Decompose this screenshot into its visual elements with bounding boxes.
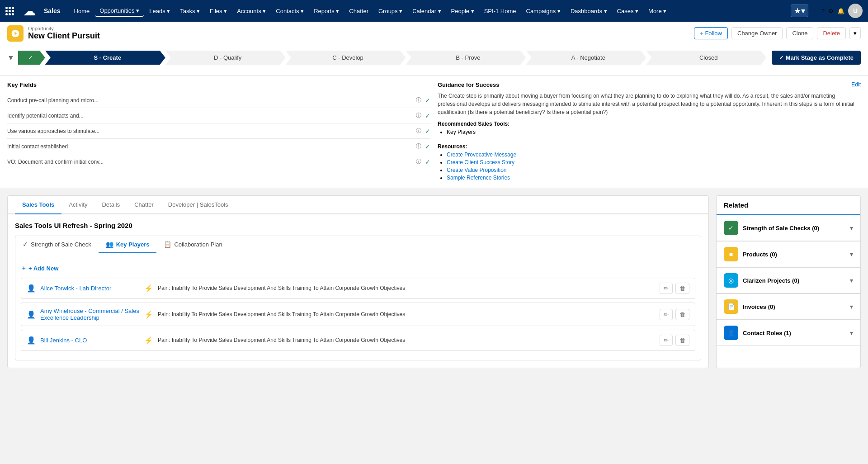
- sub-tab-strength[interactable]: ✓ Strength of Sale Check: [15, 236, 99, 253]
- nav-dashboards[interactable]: Dashboards ▾: [566, 6, 612, 16]
- field-label-4: Initial contact established: [7, 143, 412, 150]
- field-label-2: Identify potential contacts and...: [7, 113, 412, 119]
- record-header: Opportunity New Client Pursuit + Follow …: [0, 22, 868, 45]
- related-item-products[interactable]: ■ Products (0) ▾: [717, 241, 860, 267]
- edit-link[interactable]: Edit: [851, 81, 861, 88]
- player-edit-3[interactable]: ✏: [660, 335, 673, 346]
- clarizen-expand-icon[interactable]: ▾: [850, 277, 853, 284]
- info-icon-1[interactable]: ⓘ: [416, 96, 421, 104]
- clone-button[interactable]: Clone: [786, 27, 813, 39]
- field-label-3: Use various approaches to stimulate...: [7, 128, 412, 134]
- player-row-3: 👤 Bill Jenkins - CLO ⚡ Pain: Inability T…: [21, 330, 695, 351]
- pain-icon-1: ⚡: [144, 284, 153, 293]
- info-icon-3[interactable]: ⓘ: [416, 127, 421, 135]
- strength-expand-icon[interactable]: ▾: [850, 224, 853, 232]
- collapse-button[interactable]: ▼: [7, 54, 14, 62]
- nav-spi[interactable]: SPI-1 Home: [480, 6, 521, 16]
- nav-opportunities[interactable]: Opportunities ▾: [95, 5, 144, 17]
- stage-b-prove[interactable]: B - Prove: [406, 51, 526, 65]
- main-content-area: Sales Tools Activity Details Chatter Dev…: [0, 188, 868, 375]
- player-icon-2: 👤: [27, 310, 36, 319]
- resource-item-3: Create Value Proposition: [447, 167, 861, 173]
- related-item-clarizen[interactable]: ◎ Clarizen Projects (0) ▾: [717, 268, 860, 294]
- nav-reports[interactable]: Reports ▾: [309, 6, 344, 16]
- player-edit-2[interactable]: ✏: [660, 309, 673, 320]
- favorites-icon[interactable]: ★▾: [791, 5, 808, 17]
- products-expand-icon[interactable]: ▾: [850, 251, 853, 258]
- related-label-invoices: Invoices (0): [743, 303, 845, 310]
- add-icon: ＋: [21, 264, 27, 272]
- help-icon[interactable]: ?: [821, 8, 825, 14]
- add-icon[interactable]: ＋: [812, 7, 818, 15]
- tab-sales-tools[interactable]: Sales Tools: [15, 196, 61, 214]
- left-panel: Sales Tools Activity Details Chatter Dev…: [7, 195, 709, 368]
- main-nav-links: Home Opportunities ▾ Leads ▾ Tasks ▾ Fil…: [70, 5, 786, 17]
- related-item-invoices[interactable]: 📄 Invoices (0) ▾: [717, 294, 860, 320]
- nav-files[interactable]: Files ▾: [205, 6, 231, 16]
- resource-link-1[interactable]: Create Provocative Message: [447, 152, 516, 158]
- waffle-menu[interactable]: [5, 7, 14, 15]
- stage-check-completed[interactable]: ✓: [18, 51, 45, 65]
- stage-a-negotiate[interactable]: A - Negotiate: [526, 51, 646, 65]
- nav-people[interactable]: People ▾: [447, 6, 479, 16]
- nav-groups[interactable]: Groups ▾: [374, 6, 407, 16]
- app-name: Sales: [44, 7, 61, 14]
- player-delete-1[interactable]: 🗑: [675, 283, 689, 294]
- settings-icon[interactable]: ⚙: [828, 8, 834, 14]
- tab-chatter[interactable]: Chatter: [127, 196, 161, 214]
- related-item-strength[interactable]: ✓ Strength of Sale Checks (0) ▾: [717, 215, 860, 241]
- change-owner-button[interactable]: Change Owner: [731, 27, 783, 39]
- tab-developer[interactable]: Developer | SalesTools: [161, 196, 236, 214]
- related-title: Related: [724, 201, 748, 209]
- delete-button[interactable]: Delete: [817, 27, 846, 39]
- nav-contacts[interactable]: Contacts ▾: [271, 6, 308, 16]
- player-name-1[interactable]: Alice Torwick - Lab Director: [40, 285, 140, 292]
- player-edit-1[interactable]: ✏: [660, 283, 673, 294]
- contacts-expand-icon[interactable]: ▾: [850, 329, 853, 336]
- nav-chatter[interactable]: Chatter: [344, 6, 373, 16]
- nav-tasks[interactable]: Tasks ▾: [175, 6, 204, 16]
- nav-calendar[interactable]: Calendar ▾: [408, 6, 445, 16]
- resource-link-2[interactable]: Create Client Success Story: [447, 159, 514, 166]
- tab-details[interactable]: Details: [94, 196, 127, 214]
- info-icon-5[interactable]: ⓘ: [416, 158, 421, 166]
- actions-dropdown-button[interactable]: ▾: [849, 27, 861, 39]
- sub-tab-key-players[interactable]: 👥 Key Players: [99, 236, 157, 253]
- mark-stage-button[interactable]: ✓ Mark Stage as Complete: [772, 51, 861, 65]
- resource-link-4[interactable]: Sample Reference Stories: [447, 175, 510, 181]
- nav-campaigns[interactable]: Campaigns ▾: [522, 6, 565, 16]
- player-pain-3: Pain: Inability To Provide Sales Develop…: [158, 336, 655, 344]
- info-icon-2[interactable]: ⓘ: [416, 112, 421, 119]
- player-delete-2[interactable]: 🗑: [675, 309, 689, 320]
- related-item-contacts[interactable]: 👤 Contact Roles (1) ▾: [717, 320, 860, 346]
- stage-s-create[interactable]: S - Create: [45, 51, 165, 65]
- nav-home[interactable]: Home: [70, 6, 94, 16]
- follow-button[interactable]: + Follow: [694, 27, 728, 39]
- nav-accounts[interactable]: Accounts ▾: [232, 6, 270, 16]
- player-delete-3[interactable]: 🗑: [675, 335, 689, 346]
- nav-leads[interactable]: Leads ▾: [145, 6, 175, 16]
- info-icon-4[interactable]: ⓘ: [416, 142, 421, 150]
- tab-activity[interactable]: Activity: [61, 196, 94, 214]
- resource-link-3[interactable]: Create Value Proposition: [447, 167, 507, 173]
- invoices-expand-icon[interactable]: ▾: [850, 303, 853, 310]
- add-new-button[interactable]: ＋ + Add New: [21, 264, 695, 272]
- sub-tab-collaboration[interactable]: 📋 Collaboration Plan: [156, 236, 229, 253]
- player-name-3[interactable]: Bill Jenkins - CLO: [40, 337, 140, 344]
- nav-more[interactable]: More ▾: [644, 6, 671, 16]
- key-fields-section: Key Fields Conduct pre-call planning and…: [0, 76, 868, 188]
- stage-c-develop[interactable]: C - Develop: [286, 51, 406, 65]
- user-avatar[interactable]: U: [848, 4, 863, 18]
- nav-cases[interactable]: Cases ▾: [613, 6, 643, 16]
- related-label-clarizen: Clarizen Projects (0): [743, 277, 845, 284]
- key-players-content: ＋ + Add New 👤 Alice Torwick - Lab Direct…: [15, 259, 701, 360]
- field-check-3: ✓: [425, 128, 430, 135]
- player-icon-1: 👤: [27, 284, 36, 293]
- player-name-2[interactable]: Amy Winehouse - Commercial / Sales Excel…: [40, 308, 140, 321]
- stage-d-qualify[interactable]: D - Qualify: [165, 51, 286, 65]
- fields-column: Key Fields Conduct pre-call planning and…: [7, 81, 430, 182]
- sales-tools-title: Sales Tools UI Refresh - Spring 2020: [15, 222, 701, 229]
- guidance-body: The Create step is primarily about movin…: [438, 92, 861, 116]
- notifications-icon[interactable]: 🔔: [837, 8, 844, 14]
- stage-closed[interactable]: Closed: [646, 51, 766, 65]
